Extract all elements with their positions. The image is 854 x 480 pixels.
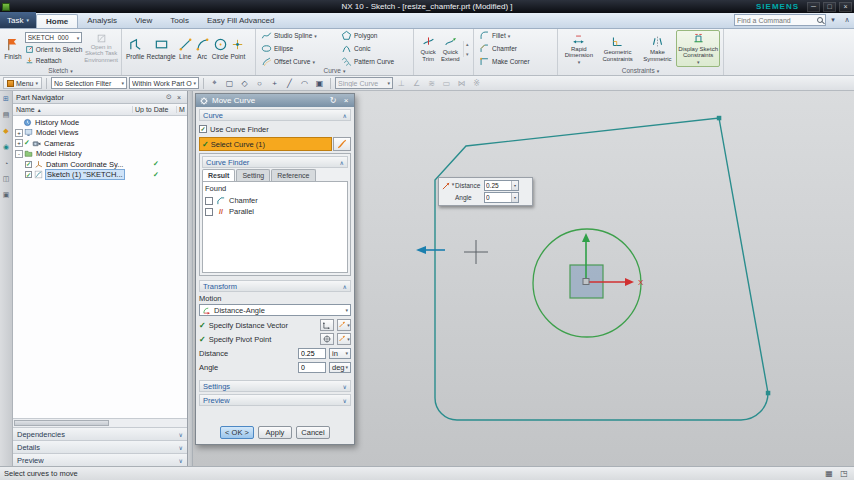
tree-row-cameras[interactable]: + ✓ Cameras (13, 138, 187, 149)
tab-result[interactable]: Result (202, 169, 235, 181)
roles-icon[interactable]: ▣ (1, 190, 12, 200)
tab-easy-fill-advanced[interactable]: Easy Fill Advanced (198, 14, 284, 28)
apply-button[interactable]: Apply (258, 426, 292, 439)
dialog-title-bar[interactable]: Move Curve ↻ × (196, 94, 354, 107)
use-curve-finder-checkbox[interactable]: ✓ (199, 125, 207, 133)
end-point-snap-icon[interactable]: ▢ (223, 77, 236, 89)
arc-button[interactable]: Arc (194, 37, 211, 60)
minimize-ribbon-icon[interactable]: ∧ (841, 14, 853, 26)
follow-fillet-icon[interactable]: ∠ (410, 77, 423, 89)
tab-reference[interactable]: Reference (271, 169, 315, 181)
minimize-window-icon[interactable]: ─ (807, 2, 820, 12)
find-command-search[interactable] (734, 14, 826, 26)
tree-row-model-views[interactable]: + Model Views (13, 128, 187, 139)
spinner-icon[interactable]: ▾ (511, 181, 518, 190)
vector-direction-icon[interactable] (441, 181, 451, 191)
close-panel-icon[interactable]: × (174, 92, 184, 102)
point-dialog-button[interactable] (320, 333, 334, 345)
group-label-sketch[interactable]: Sketch ▾ (0, 66, 121, 75)
select-curve-row[interactable]: ✓ Select Curve (1) (199, 137, 351, 151)
sketch-vertex-point[interactable] (717, 116, 722, 121)
tangent-curves-icon[interactable]: ※ (470, 77, 483, 89)
section-curve[interactable]: Curve ∧ (199, 109, 351, 121)
point-button[interactable]: Point (229, 37, 246, 60)
tree-row-history-mode[interactable]: History Mode (13, 117, 187, 128)
tab-home[interactable]: Home (36, 14, 78, 28)
quadrant-snap-icon[interactable]: ◠ (298, 77, 311, 89)
section-details[interactable]: Details ∨ (13, 440, 187, 453)
conic-button[interactable]: Conic (339, 42, 411, 55)
quick-extend-button[interactable]: Quick Extend (439, 34, 461, 63)
tree-row-datum-csys[interactable]: ✓ Datum Coordinate Sy... ✓ (13, 159, 187, 170)
group-label-constraints[interactable]: Constraints ▾ (558, 66, 723, 75)
angle-unit-combo[interactable]: deg ▾ (329, 362, 351, 373)
tab-tools[interactable]: Tools (161, 14, 198, 28)
part-navigator-icon[interactable]: ▤ (1, 110, 12, 120)
profile-button[interactable]: Profile (125, 37, 145, 60)
sketch-vertex-point[interactable] (766, 391, 771, 396)
geometric-constraints-button[interactable]: Geometric Constraints (597, 34, 639, 63)
snap-point-icon[interactable]: ⌖ (208, 77, 221, 89)
curve-finder-result-list[interactable]: Found Chamfer // Parallel (202, 181, 348, 273)
reuse-library-icon[interactable]: ◆ (1, 126, 12, 136)
column-header-name[interactable]: Name ▲ (13, 106, 132, 113)
quick-trim-button[interactable]: Quick Trim (417, 34, 439, 63)
canvas-angle-input[interactable] (485, 193, 511, 202)
expand-icon[interactable]: + (15, 129, 23, 137)
distance-field[interactable] (298, 348, 326, 359)
tab-setting[interactable]: Setting (236, 169, 270, 181)
specify-pivot-point-row[interactable]: ✓ Specify Pivot Point ▾ (199, 333, 351, 345)
command-finder-options-icon[interactable]: ▾ (827, 14, 839, 26)
window-layout-icon[interactable]: ▦ (823, 468, 835, 480)
use-curve-finder-row[interactable]: ✓ Use Curve Finder (199, 123, 351, 135)
web-browser-icon[interactable]: ◫ (1, 174, 12, 184)
tree-row-sketch[interactable]: ✓ Sketch (1) "SKETCH... ✓ (13, 170, 187, 181)
collapse-icon[interactable]: - (15, 150, 23, 158)
angle-field[interactable] (298, 362, 326, 373)
canvas-distance-input[interactable] (485, 181, 511, 190)
reattach-button[interactable]: Reattach (25, 55, 83, 65)
hd3d-tools-icon[interactable]: ◉ (1, 142, 12, 152)
section-curve-finder[interactable]: Curve Finder ∧ (202, 156, 348, 168)
point-options-button[interactable]: ▾ (337, 333, 351, 345)
select-curve-button[interactable] (333, 137, 351, 151)
search-input[interactable] (737, 17, 817, 24)
fillet-button[interactable]: Fillet ▾ (477, 29, 554, 42)
search-icon[interactable] (817, 17, 823, 23)
found-item-parallel[interactable]: // Parallel (205, 206, 345, 217)
scrollbar-thumb[interactable] (14, 420, 109, 426)
handle-origin-point[interactable] (583, 279, 589, 285)
close-window-icon[interactable]: × (839, 2, 852, 12)
chevron-down-icon[interactable]: ▾ (452, 181, 455, 187)
canvas-angle-field[interactable]: ▾ (484, 192, 519, 203)
graphics-area[interactable]: X ▾ Distance (193, 91, 854, 466)
angle-input[interactable] (299, 363, 325, 372)
finish-sketch-button[interactable]: Finish (3, 37, 23, 60)
line-button[interactable]: Line (177, 37, 194, 60)
arc-center-snap-icon[interactable]: ○ (253, 77, 266, 89)
feature-checkbox[interactable]: ✓ (25, 161, 32, 168)
canvas-distance-field[interactable]: ▾ (484, 180, 519, 191)
selection-filter-combo[interactable]: No Selection Filter ▾ (51, 77, 127, 89)
curve-rule-combo[interactable]: Single Curve ▾ (335, 77, 393, 89)
intersection-snap-icon[interactable]: + (268, 77, 281, 89)
found-item-chamfer[interactable]: Chamfer (205, 195, 345, 206)
dialog-reset-icon[interactable]: ↻ (328, 96, 338, 106)
existing-point-snap-icon[interactable]: ▣ (313, 77, 326, 89)
ok-button[interactable]: < OK > (220, 426, 254, 439)
tab-analysis[interactable]: Analysis (78, 14, 126, 28)
motion-combo[interactable]: Distance-Angle ▾ (199, 304, 351, 316)
edit-status-icon[interactable]: ◳ (838, 468, 850, 480)
parallel-checkbox[interactable] (205, 208, 213, 216)
chamfer-button[interactable]: Chamfer (477, 42, 554, 55)
column-header-m[interactable]: M (176, 106, 187, 113)
specify-distance-vector-row[interactable]: ✓ Specify Distance Vector ▾ (199, 319, 351, 331)
pin-panel-icon[interactable]: ⊙ (164, 92, 174, 102)
tree-row-model-history[interactable]: - Model History (13, 149, 187, 160)
selection-scope-combo[interactable]: Within Work Part O ▾ (129, 77, 199, 89)
section-preview[interactable]: Preview ∨ (13, 453, 187, 466)
vector-dialog-button[interactable] (320, 319, 334, 331)
point-on-curve-snap-icon[interactable]: ╱ (283, 77, 296, 89)
circle-button[interactable]: Circle (211, 37, 230, 60)
make-corner-button[interactable]: Make Corner (477, 55, 554, 68)
